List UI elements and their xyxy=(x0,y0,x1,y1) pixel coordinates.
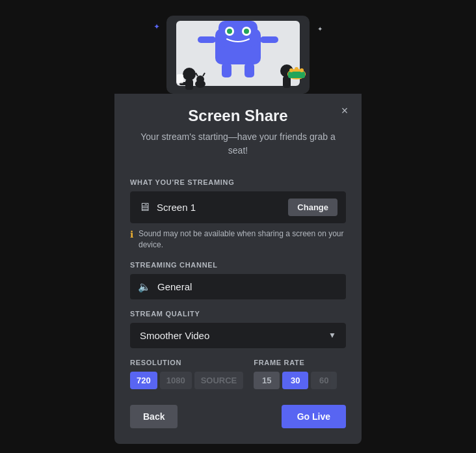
modal-container: ✦ ✦ ✦ • xyxy=(114,9,362,444)
quality-dropdown[interactable]: Smoother Video ▼ xyxy=(130,323,346,348)
svg-point-6 xyxy=(227,29,232,34)
back-button[interactable]: Back xyxy=(130,405,178,428)
svg-rect-11 xyxy=(245,63,254,77)
quality-section-label: Stream Quality xyxy=(130,310,346,318)
channel-section-label: Streaming Channel xyxy=(130,261,346,269)
modal-header: Screen Share Your stream's starting—have… xyxy=(130,94,346,168)
resolution-1080-button[interactable]: 1080 xyxy=(160,372,192,389)
framerate-buttons: 15 30 60 xyxy=(254,372,346,389)
svg-rect-9 xyxy=(260,36,278,43)
framerate-group: Frame Rate 15 30 60 xyxy=(254,359,346,389)
svg-point-12 xyxy=(183,68,196,81)
framerate-label: Frame Rate xyxy=(254,359,346,366)
illustration-svg xyxy=(153,9,323,94)
resolution-720-button[interactable]: 720 xyxy=(130,372,157,389)
svg-point-21 xyxy=(295,67,298,71)
monitor-icon: 🖥 xyxy=(139,200,150,214)
streaming-section-label: What You're Streaming xyxy=(130,178,346,186)
go-live-button[interactable]: Go Live xyxy=(282,405,346,428)
channel-row: 🔈 General xyxy=(130,274,346,299)
quality-selected: Smoother Video xyxy=(140,330,209,341)
source-name: Screen 1 xyxy=(157,202,196,213)
resolution-buttons: 720 1080 SOURCE xyxy=(130,372,243,389)
svg-rect-19 xyxy=(288,72,305,78)
modal-subtitle: Your stream's starting—have your friends… xyxy=(130,130,346,158)
modal-body: × Screen Share Your stream's starting—ha… xyxy=(114,94,362,444)
resolution-label: Resolution xyxy=(130,359,243,366)
framerate-15-button[interactable]: 15 xyxy=(254,372,280,389)
svg-rect-10 xyxy=(222,63,231,77)
chevron-down-icon: ▼ xyxy=(328,331,336,340)
modal-title: Screen Share xyxy=(130,107,346,125)
close-button[interactable]: × xyxy=(336,102,354,120)
warning-text: Sound may not be available when sharing … xyxy=(139,228,346,251)
streaming-source-row: 🖥 Screen 1 Change xyxy=(130,191,346,223)
change-button[interactable]: Change xyxy=(288,199,337,216)
channel-name: General xyxy=(157,281,192,292)
framerate-60-button[interactable]: 60 xyxy=(311,372,337,389)
svg-rect-8 xyxy=(198,36,216,43)
warning-icon: ℹ xyxy=(130,229,133,240)
framerate-30-button[interactable]: 30 xyxy=(282,372,308,389)
resolution-source-button[interactable]: SOURCE xyxy=(194,372,244,389)
svg-point-24 xyxy=(196,76,204,83)
svg-point-20 xyxy=(289,68,293,72)
speaker-icon: 🔈 xyxy=(138,281,151,293)
illustration-area: ✦ ✦ ✦ • xyxy=(114,9,362,94)
svg-point-7 xyxy=(244,29,249,34)
quality-options: Resolution 720 1080 SOURCE Frame Rate 15… xyxy=(130,359,346,389)
modal-footer: Back Go Live xyxy=(130,405,346,428)
svg-rect-3 xyxy=(218,21,258,47)
warning-row: ℹ Sound may not be available when sharin… xyxy=(130,228,346,251)
source-left: 🖥 Screen 1 xyxy=(139,200,196,214)
svg-rect-15 xyxy=(177,74,183,83)
resolution-group: Resolution 720 1080 SOURCE xyxy=(130,359,243,389)
svg-point-22 xyxy=(300,68,304,72)
